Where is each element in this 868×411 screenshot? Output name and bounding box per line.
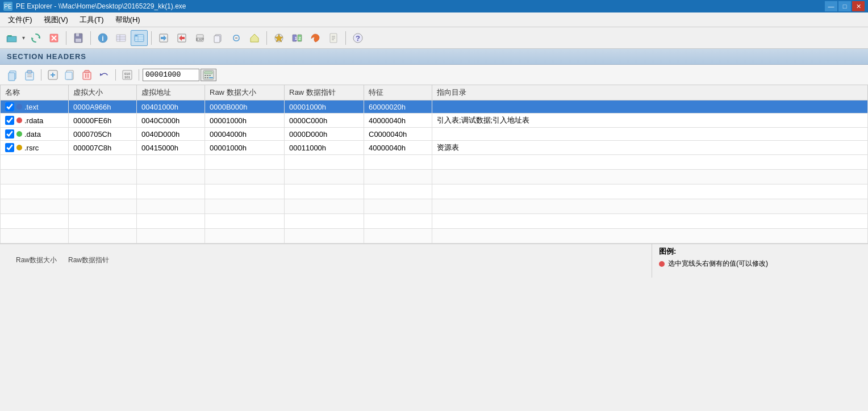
section-header: SECTION HEADERS bbox=[0, 49, 868, 65]
sub-toolbar: 010 101 bbox=[0, 65, 868, 85]
menu-view[interactable]: 视图(V) bbox=[38, 13, 74, 27]
col-header-raw-data-ptr: Raw 数据指针 bbox=[285, 85, 364, 100]
refresh-button[interactable] bbox=[27, 30, 44, 46]
bottom-raw-ptr-label: Raw数据指针 bbox=[68, 255, 109, 265]
window-controls: — □ ✕ bbox=[825, 1, 865, 11]
color-dot-3 bbox=[16, 145, 22, 150]
svg-text:1: 1 bbox=[295, 36, 298, 41]
table-row[interactable]: .text 0000A966h 00401000h 0000B000h 0000… bbox=[1, 100, 868, 114]
svg-marker-32 bbox=[251, 34, 258, 42]
col-header-characteristics: 特征 bbox=[364, 85, 432, 100]
cell-directory-2 bbox=[432, 128, 868, 141]
cell-raw-data-size-3: 00001000h bbox=[205, 141, 285, 155]
menu-tools[interactable]: 工具(T) bbox=[74, 13, 110, 27]
sub-hex-button[interactable]: 010 101 bbox=[119, 68, 135, 82]
row-checkbox-1[interactable] bbox=[5, 116, 14, 125]
open-dropdown[interactable]: ▾ bbox=[3, 30, 26, 46]
cell-raw-data-size-1: 00001000h bbox=[205, 114, 285, 128]
import-button[interactable] bbox=[173, 30, 190, 46]
refresh-icon bbox=[30, 32, 41, 44]
menu-file[interactable]: 文件(F) bbox=[2, 13, 38, 27]
hex-input[interactable] bbox=[143, 69, 199, 81]
minimize-button[interactable]: — bbox=[825, 1, 837, 11]
close-file-button[interactable] bbox=[45, 30, 62, 46]
list-view-icon bbox=[115, 32, 127, 44]
open-button[interactable] bbox=[3, 30, 20, 46]
sub-delete-button[interactable] bbox=[79, 68, 95, 82]
svg-rect-69 bbox=[207, 77, 208, 78]
app-icon: PE bbox=[3, 2, 12, 11]
copy-section-button[interactable] bbox=[210, 30, 227, 46]
main-toolbar: ▾ i bbox=[0, 27, 868, 49]
sub-sep-2 bbox=[115, 69, 116, 81]
cell-characteristics-2: C0000040h bbox=[364, 128, 432, 141]
svg-rect-45 bbox=[9, 73, 15, 81]
table-row[interactable]: .rdata 00000FE6h 0040C000h 00001000h 000… bbox=[1, 114, 868, 128]
sub-undo-icon bbox=[98, 69, 110, 81]
table-row[interactable]: .data 0000705Ch 0040D000h 00004000h 0000… bbox=[1, 128, 868, 141]
toolbar-sep-2 bbox=[90, 31, 91, 45]
table-row[interactable]: .rsrc 000007C8h 00415000h 00001000h 0001… bbox=[1, 141, 868, 155]
bottom-right: 图例: 选中宽线头右侧有的值(可以修改) bbox=[652, 244, 868, 278]
calc-button[interactable] bbox=[201, 69, 216, 81]
svg-marker-4 bbox=[38, 36, 40, 39]
row-checkbox-0[interactable] bbox=[5, 102, 14, 111]
tools3-icon bbox=[310, 32, 321, 44]
help-button[interactable]: ? bbox=[349, 30, 366, 46]
sub-copy-button[interactable] bbox=[5, 68, 20, 82]
col-header-raw-data-size: Raw 数据大小 bbox=[205, 85, 285, 100]
row-checkbox-2[interactable] bbox=[5, 129, 14, 139]
save-button[interactable] bbox=[70, 30, 87, 46]
title-bar: PE PE Explorer - \\Mac\Home\Desktop\2016… bbox=[0, 0, 868, 12]
sub-paste-icon bbox=[23, 69, 36, 81]
sub-add-button[interactable] bbox=[45, 68, 61, 82]
sub-sep-3 bbox=[139, 69, 139, 81]
tools-button3[interactable] bbox=[307, 30, 324, 46]
svg-rect-47 bbox=[27, 70, 32, 73]
resize-button[interactable] bbox=[246, 30, 263, 46]
extract-icon: EXP bbox=[194, 32, 206, 44]
row-checkbox-3[interactable] bbox=[5, 143, 14, 152]
sub-paste-button[interactable] bbox=[22, 68, 37, 82]
sub-add-icon bbox=[47, 69, 59, 81]
link-button[interactable] bbox=[228, 30, 245, 46]
table-empty-row bbox=[1, 199, 868, 214]
cell-virtual-address-0: 00401000h bbox=[137, 100, 205, 114]
export-button[interactable] bbox=[155, 30, 172, 46]
svg-rect-14 bbox=[116, 35, 126, 41]
open-dropdown-arrow[interactable]: ▾ bbox=[21, 33, 26, 42]
svg-rect-70 bbox=[209, 77, 213, 78]
tools2-icon: 1 2 bbox=[291, 32, 303, 44]
table-header-row: 名称 虚拟大小 虚拟地址 Raw 数据大小 Raw 数据指针 特征 指向目录 bbox=[1, 85, 868, 100]
maximize-button[interactable]: □ bbox=[838, 1, 851, 11]
info-icon: i bbox=[97, 32, 108, 44]
cell-characteristics-0: 60000020h bbox=[364, 100, 432, 114]
menu-help[interactable]: 帮助(H) bbox=[110, 13, 146, 27]
hex-view-button[interactable] bbox=[131, 30, 148, 46]
tools-button2[interactable]: 1 2 bbox=[289, 30, 306, 46]
import-icon bbox=[176, 32, 187, 44]
export-icon bbox=[158, 32, 169, 44]
sub-duplicate-button[interactable] bbox=[62, 68, 78, 82]
sub-sep-1 bbox=[41, 69, 41, 81]
svg-rect-55 bbox=[83, 72, 91, 79]
tools1-icon bbox=[273, 32, 285, 44]
cell-virtual-size-3: 000007C8h bbox=[69, 141, 137, 155]
info-button[interactable]: i bbox=[94, 30, 111, 46]
cell-name-2: .data bbox=[1, 128, 69, 141]
col-header-virtual-size: 虚拟大小 bbox=[69, 85, 137, 100]
svg-rect-68 bbox=[205, 77, 206, 78]
cell-virtual-address-3: 00415000h bbox=[137, 141, 205, 155]
close-button[interactable]: ✕ bbox=[852, 1, 865, 11]
sub-undo-button[interactable] bbox=[96, 68, 112, 82]
sub-hex-icon: 010 101 bbox=[121, 69, 133, 81]
sub-copy-icon bbox=[6, 69, 19, 81]
cell-raw-data-size-0: 0000B000h bbox=[205, 100, 285, 114]
bottom-bar: Raw数据大小 Raw数据指针 图例: 选中宽线头右侧有的值(可以修改) bbox=[0, 244, 868, 278]
tools-button1[interactable] bbox=[270, 30, 287, 46]
tools-button4[interactable] bbox=[325, 30, 342, 46]
bottom-raw-size-label: Raw数据大小 bbox=[16, 255, 57, 265]
extract-button[interactable]: EXP bbox=[191, 30, 208, 46]
list-view-button[interactable] bbox=[112, 30, 130, 46]
cell-name-0: .text bbox=[1, 100, 69, 114]
